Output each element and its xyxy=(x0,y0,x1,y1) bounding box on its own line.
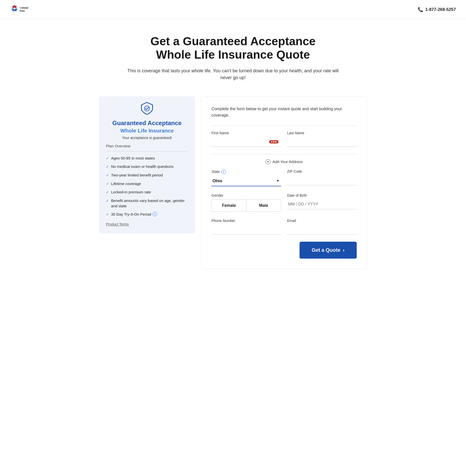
feature-text: 30 Day Try-It-On Period xyxy=(111,212,151,217)
check-icon: ✓ xyxy=(106,198,109,203)
arrow-right-icon: › xyxy=(343,247,345,253)
features-list: ✓ Ages 50-85 in most states ✓ No medical… xyxy=(106,155,188,217)
product-terms-link[interactable]: Product Terms xyxy=(106,222,129,226)
phone-area[interactable]: 📞 1-877-268-5257 xyxy=(418,7,456,12)
address-divider xyxy=(211,154,357,154)
feature-text: Locked-in premium rate xyxy=(111,189,151,195)
form-divider xyxy=(211,126,357,126)
dot xyxy=(275,141,277,143)
phone-label: Phone Number xyxy=(211,219,281,223)
phone-input[interactable] xyxy=(211,225,281,235)
zip-label: ZIP Code xyxy=(287,169,357,173)
logo-icon: Colonial Penn . xyxy=(10,4,40,15)
get-quote-button[interactable]: Get a Quote › xyxy=(300,242,357,259)
feature-text: Two-year limited benefit period xyxy=(111,172,163,178)
divider xyxy=(106,151,188,151)
shield-icon-wrapper xyxy=(106,101,188,116)
feature-text: No medical exam or health questions xyxy=(111,164,174,169)
last-name-input[interactable] xyxy=(287,137,357,147)
list-item: ✓ Locked-in premium rate xyxy=(106,189,188,195)
zip-input[interactable] xyxy=(287,175,357,185)
logo-area: Colonial Penn . xyxy=(10,4,40,15)
main-content: Guaranteed Acceptance Whole Life Insuran… xyxy=(94,96,372,269)
check-icon: ✓ xyxy=(106,173,109,178)
last-name-label: Last Name xyxy=(287,131,357,135)
first-name-label: First Name xyxy=(211,131,281,135)
svg-point-6 xyxy=(16,6,16,7)
list-item: ✓ Lifetime coverage xyxy=(106,181,188,187)
form-intro: Complete the form below to get your inst… xyxy=(211,106,357,119)
dob-label: Date of Birth xyxy=(287,193,357,197)
state-zip-row: State i Ohio Alabama Alaska Arizona Cali… xyxy=(211,169,357,186)
check-icon: ✓ xyxy=(106,164,109,169)
feature-text: Benefit amounts vary based on age, gende… xyxy=(111,198,188,209)
zip-group: ZIP Code xyxy=(287,169,357,186)
panel-title-line1: Guaranteed Acceptance xyxy=(106,120,188,127)
left-panel: Guaranteed Acceptance Whole Life Insuran… xyxy=(99,96,195,234)
feature-text: Ages 50-85 in most states xyxy=(111,155,155,161)
phone-email-row: Phone Number Email xyxy=(211,219,357,235)
male-button[interactable]: Male xyxy=(246,200,281,211)
feature-text: Lifetime coverage xyxy=(111,181,141,186)
quote-btn-area: Get a Quote › xyxy=(211,242,357,259)
svg-point-4 xyxy=(13,6,13,7)
gender-group: Gender Female Male xyxy=(211,193,281,212)
dot xyxy=(271,141,272,143)
list-item: ✓ No medical exam or health questions xyxy=(106,164,188,169)
dot xyxy=(273,141,274,143)
state-info-icon[interactable]: i xyxy=(221,169,226,174)
hero-section: Get a Guaranteed Acceptance Whole Life I… xyxy=(119,19,347,91)
list-item: ✓ 30 Day Try-It-On Period i xyxy=(106,212,188,217)
email-input[interactable] xyxy=(287,225,357,235)
name-row: First Name Last Name xyxy=(211,131,357,147)
info-circle-icon[interactable]: i xyxy=(153,212,157,216)
list-item: ✓ Two-year limited benefit period xyxy=(106,172,188,178)
site-header: Colonial Penn . 📞 1-877-268-5257 xyxy=(0,0,466,19)
get-quote-label: Get a Quote xyxy=(312,247,340,253)
shield-icon xyxy=(140,101,154,116)
phone-icon: 📞 xyxy=(418,7,423,12)
email-label: Email xyxy=(287,219,357,223)
female-button[interactable]: Female xyxy=(212,200,246,211)
plan-overview-label: Plan Overview xyxy=(106,144,188,148)
state-select-wrapper: Ohio Alabama Alaska Arizona California F… xyxy=(211,176,281,186)
plus-circle-icon: + xyxy=(265,159,270,164)
svg-point-5 xyxy=(14,5,15,6)
state-label: State i xyxy=(211,169,281,174)
text-input-icon xyxy=(269,140,279,144)
dob-input[interactable] xyxy=(287,199,357,209)
gender-buttons: Female Male xyxy=(211,199,281,212)
svg-point-3 xyxy=(13,7,16,10)
list-item: ✓ Ages 50-85 in most states xyxy=(106,155,188,161)
right-panel: Complete the form below to get your inst… xyxy=(201,96,367,269)
add-address-label: Add Your Address xyxy=(272,160,303,164)
add-address-row[interactable]: + Add Your Address xyxy=(211,159,357,164)
state-select[interactable]: Ohio Alabama Alaska Arizona California F… xyxy=(211,176,281,186)
check-icon: ✓ xyxy=(106,156,109,161)
gender-dob-row: Gender Female Male Date of Birth xyxy=(211,193,357,212)
gender-label: Gender xyxy=(211,193,281,197)
hero-subtitle: This is coverage that lasts your whole l… xyxy=(124,67,342,81)
phone-number: 1-877-268-5257 xyxy=(425,7,456,12)
check-icon: ✓ xyxy=(106,182,109,187)
phone-group: Phone Number xyxy=(211,219,281,235)
svg-text:Colonial: Colonial xyxy=(20,7,28,9)
acceptance-label: Your acceptance is guaranteed! xyxy=(106,136,188,140)
dob-group: Date of Birth xyxy=(287,193,357,212)
state-group: State i Ohio Alabama Alaska Arizona Cali… xyxy=(211,169,281,186)
panel-title-line2: Whole Life Insurance xyxy=(106,128,188,134)
check-icon: ✓ xyxy=(106,212,109,217)
feature-inline: 30 Day Try-It-On Period i xyxy=(111,212,157,217)
svg-text:Penn: Penn xyxy=(20,10,25,12)
first-name-input-wrapper xyxy=(211,137,281,147)
email-group: Email xyxy=(287,219,357,235)
last-name-group: Last Name xyxy=(287,131,357,147)
list-item: ✓ Benefit amounts vary based on age, gen… xyxy=(106,198,188,209)
check-icon: ✓ xyxy=(106,190,109,195)
first-name-group: First Name xyxy=(211,131,281,147)
svg-text:.: . xyxy=(33,10,33,12)
hero-title: Get a Guaranteed Acceptance Whole Life I… xyxy=(124,35,342,61)
